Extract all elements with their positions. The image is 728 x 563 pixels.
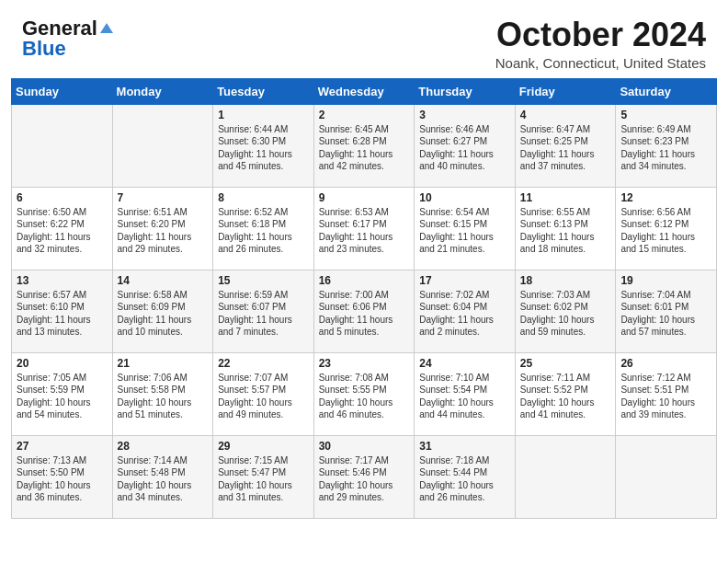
day-number: 21	[118, 357, 209, 370]
day-number: 27	[17, 440, 108, 453]
day-number: 16	[319, 274, 410, 287]
day-info: Sunrise: 7:04 AM Sunset: 6:01 PM Dayligh…	[620, 289, 711, 339]
day-info: Sunrise: 7:17 AM Sunset: 5:46 PM Dayligh…	[319, 454, 410, 504]
day-number: 25	[520, 357, 611, 370]
day-cell: 20Sunrise: 7:05 AM Sunset: 5:59 PM Dayli…	[12, 352, 113, 435]
day-info: Sunrise: 6:53 AM Sunset: 6:17 PM Dayligh…	[319, 206, 410, 256]
day-number: 30	[319, 440, 410, 453]
day-cell	[112, 104, 213, 187]
day-info: Sunrise: 6:59 AM Sunset: 6:07 PM Dayligh…	[218, 289, 309, 339]
column-header-tuesday: Tuesday	[213, 78, 314, 104]
day-info: Sunrise: 7:10 AM Sunset: 5:54 PM Dayligh…	[419, 372, 510, 421]
column-header-thursday: Thursday	[415, 78, 516, 104]
day-info: Sunrise: 7:06 AM Sunset: 5:58 PM Dayligh…	[118, 372, 209, 421]
page-header: General Blue October 2024 Noank, Connect…	[0, 0, 728, 78]
day-cell: 24Sunrise: 7:10 AM Sunset: 5:54 PM Dayli…	[415, 352, 516, 435]
day-info: Sunrise: 6:58 AM Sunset: 6:09 PM Dayligh…	[118, 289, 209, 339]
day-cell: 31Sunrise: 7:18 AM Sunset: 5:44 PM Dayli…	[415, 435, 516, 518]
day-cell: 13Sunrise: 6:57 AM Sunset: 6:10 PM Dayli…	[12, 270, 113, 352]
day-number: 4	[520, 109, 611, 121]
day-cell: 1Sunrise: 6:44 AM Sunset: 6:30 PM Daylig…	[213, 104, 314, 187]
day-info: Sunrise: 6:57 AM Sunset: 6:10 PM Dayligh…	[17, 289, 108, 339]
day-number: 22	[218, 357, 309, 370]
day-info: Sunrise: 7:00 AM Sunset: 6:06 PM Dayligh…	[319, 289, 410, 339]
day-info: Sunrise: 7:07 AM Sunset: 5:57 PM Dayligh…	[218, 372, 309, 421]
day-info: Sunrise: 6:54 AM Sunset: 6:15 PM Dayligh…	[419, 206, 510, 256]
week-row-1: 1Sunrise: 6:44 AM Sunset: 6:30 PM Daylig…	[12, 104, 717, 187]
week-row-2: 6Sunrise: 6:50 AM Sunset: 6:22 PM Daylig…	[12, 187, 717, 270]
day-number: 20	[17, 357, 108, 370]
day-cell: 22Sunrise: 7:07 AM Sunset: 5:57 PM Dayli…	[213, 352, 314, 435]
day-number: 29	[218, 440, 309, 453]
day-number: 31	[419, 440, 510, 453]
day-info: Sunrise: 6:45 AM Sunset: 6:28 PM Dayligh…	[319, 123, 410, 173]
day-cell: 19Sunrise: 7:04 AM Sunset: 6:01 PM Dayli…	[616, 270, 717, 352]
day-number: 14	[118, 274, 209, 287]
day-info: Sunrise: 6:52 AM Sunset: 6:18 PM Dayligh…	[218, 206, 309, 256]
column-header-wednesday: Wednesday	[313, 78, 415, 104]
day-info: Sunrise: 7:14 AM Sunset: 5:48 PM Dayligh…	[118, 454, 209, 504]
day-info: Sunrise: 6:44 AM Sunset: 6:30 PM Dayligh…	[218, 123, 309, 173]
day-cell	[12, 104, 113, 187]
day-number: 2	[319, 109, 410, 121]
day-number: 26	[620, 357, 711, 370]
column-header-sunday: Sunday	[12, 78, 113, 104]
day-cell: 28Sunrise: 7:14 AM Sunset: 5:48 PM Dayli…	[112, 435, 213, 518]
day-number: 11	[520, 191, 611, 204]
day-number: 7	[118, 191, 209, 204]
day-info: Sunrise: 7:15 AM Sunset: 5:47 PM Dayligh…	[218, 454, 309, 504]
day-number: 28	[118, 440, 209, 453]
week-row-5: 27Sunrise: 7:13 AM Sunset: 5:50 PM Dayli…	[12, 435, 717, 518]
day-number: 6	[17, 191, 108, 204]
column-header-monday: Monday	[112, 78, 213, 104]
day-number: 15	[218, 274, 309, 287]
day-cell: 4Sunrise: 6:47 AM Sunset: 6:25 PM Daylig…	[515, 104, 616, 187]
day-number: 24	[419, 357, 510, 370]
month-title: October 2024	[495, 17, 706, 53]
day-cell: 5Sunrise: 6:49 AM Sunset: 6:23 PM Daylig…	[616, 104, 717, 187]
day-number: 1	[218, 109, 309, 121]
day-cell: 21Sunrise: 7:06 AM Sunset: 5:58 PM Dayli…	[112, 352, 213, 435]
column-header-saturday: Saturday	[616, 78, 717, 104]
day-info: Sunrise: 6:49 AM Sunset: 6:23 PM Dayligh…	[620, 123, 711, 173]
day-cell: 29Sunrise: 7:15 AM Sunset: 5:47 PM Dayli…	[213, 435, 314, 518]
day-info: Sunrise: 7:18 AM Sunset: 5:44 PM Dayligh…	[419, 454, 510, 504]
day-number: 10	[419, 191, 510, 204]
day-cell: 3Sunrise: 6:46 AM Sunset: 6:27 PM Daylig…	[415, 104, 516, 187]
day-cell: 23Sunrise: 7:08 AM Sunset: 5:55 PM Dayli…	[313, 352, 415, 435]
day-info: Sunrise: 7:12 AM Sunset: 5:51 PM Dayligh…	[620, 372, 711, 421]
calendar-wrapper: SundayMondayTuesdayWednesdayThursdayFrid…	[0, 78, 728, 530]
calendar-header: SundayMondayTuesdayWednesdayThursdayFrid…	[12, 78, 717, 104]
logo: General Blue	[22, 17, 113, 61]
day-info: Sunrise: 6:56 AM Sunset: 6:12 PM Dayligh…	[620, 206, 711, 256]
day-cell: 27Sunrise: 7:13 AM Sunset: 5:50 PM Dayli…	[12, 435, 113, 518]
day-cell: 15Sunrise: 6:59 AM Sunset: 6:07 PM Dayli…	[213, 270, 314, 352]
day-cell: 11Sunrise: 6:55 AM Sunset: 6:13 PM Dayli…	[515, 187, 616, 270]
day-cell: 26Sunrise: 7:12 AM Sunset: 5:51 PM Dayli…	[616, 352, 717, 435]
day-info: Sunrise: 6:50 AM Sunset: 6:22 PM Dayligh…	[17, 206, 108, 256]
day-cell: 7Sunrise: 6:51 AM Sunset: 6:20 PM Daylig…	[112, 187, 213, 270]
day-info: Sunrise: 7:13 AM Sunset: 5:50 PM Dayligh…	[17, 454, 108, 504]
day-info: Sunrise: 6:46 AM Sunset: 6:27 PM Dayligh…	[419, 123, 510, 173]
day-number: 3	[419, 109, 510, 121]
day-cell: 2Sunrise: 6:45 AM Sunset: 6:28 PM Daylig…	[313, 104, 415, 187]
day-cell: 9Sunrise: 6:53 AM Sunset: 6:17 PM Daylig…	[313, 187, 415, 270]
header-row: SundayMondayTuesdayWednesdayThursdayFrid…	[12, 78, 717, 104]
title-block: October 2024 Noank, Connecticut, United …	[495, 17, 706, 71]
day-cell: 12Sunrise: 6:56 AM Sunset: 6:12 PM Dayli…	[616, 187, 717, 270]
day-cell	[515, 435, 616, 518]
day-info: Sunrise: 7:11 AM Sunset: 5:52 PM Dayligh…	[520, 372, 611, 421]
day-info: Sunrise: 7:08 AM Sunset: 5:55 PM Dayligh…	[319, 372, 410, 421]
week-row-3: 13Sunrise: 6:57 AM Sunset: 6:10 PM Dayli…	[12, 270, 717, 352]
week-row-4: 20Sunrise: 7:05 AM Sunset: 5:59 PM Dayli…	[12, 352, 717, 435]
day-cell: 16Sunrise: 7:00 AM Sunset: 6:06 PM Dayli…	[313, 270, 415, 352]
calendar-body: 1Sunrise: 6:44 AM Sunset: 6:30 PM Daylig…	[12, 104, 717, 518]
day-cell: 25Sunrise: 7:11 AM Sunset: 5:52 PM Dayli…	[515, 352, 616, 435]
logo-triangle-icon	[100, 23, 113, 33]
day-info: Sunrise: 6:47 AM Sunset: 6:25 PM Dayligh…	[520, 123, 611, 173]
day-cell: 14Sunrise: 6:58 AM Sunset: 6:09 PM Dayli…	[112, 270, 213, 352]
day-number: 9	[319, 191, 410, 204]
day-number: 12	[620, 191, 711, 204]
day-info: Sunrise: 7:05 AM Sunset: 5:59 PM Dayligh…	[17, 372, 108, 421]
day-cell: 8Sunrise: 6:52 AM Sunset: 6:18 PM Daylig…	[213, 187, 314, 270]
